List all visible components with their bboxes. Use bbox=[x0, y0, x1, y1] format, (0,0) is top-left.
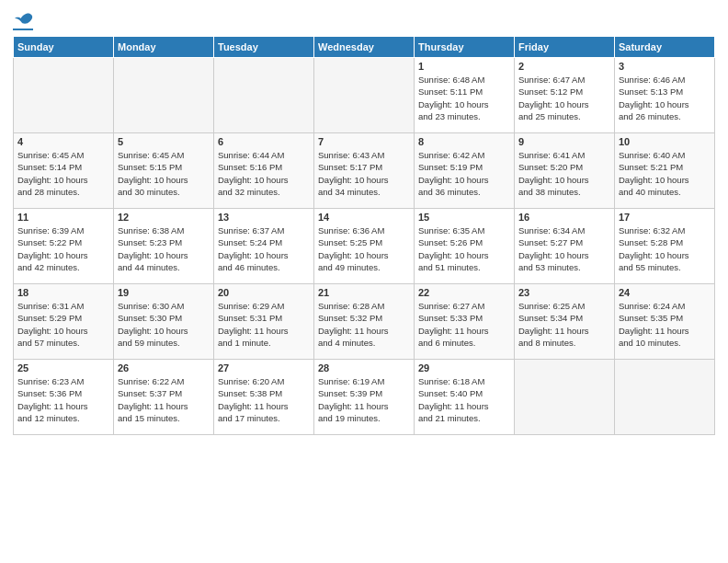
logo-bird-icon bbox=[15, 9, 33, 28]
day-number: 18 bbox=[17, 287, 109, 298]
day-number: 5 bbox=[118, 136, 210, 147]
calendar-cell: 14Sunrise: 6:36 AMSunset: 5:25 PMDayligh… bbox=[314, 209, 415, 284]
day-info: Sunrise: 6:23 AMSunset: 5:36 PMDaylight:… bbox=[17, 375, 109, 424]
calendar-cell: 27Sunrise: 6:20 AMSunset: 5:38 PMDayligh… bbox=[214, 360, 314, 435]
day-number: 8 bbox=[418, 136, 510, 147]
day-info: Sunrise: 6:39 AMSunset: 5:22 PMDaylight:… bbox=[17, 224, 109, 273]
calendar-cell: 22Sunrise: 6:27 AMSunset: 5:33 PMDayligh… bbox=[415, 284, 515, 360]
calendar-header-row: SundayMondayTuesdayWednesdayThursdayFrid… bbox=[14, 37, 715, 58]
calendar-cell: 3Sunrise: 6:46 AMSunset: 5:13 PMDaylight… bbox=[615, 58, 715, 133]
day-number: 4 bbox=[17, 136, 109, 147]
day-number: 21 bbox=[318, 287, 410, 298]
day-info: Sunrise: 6:20 AMSunset: 5:38 PMDaylight:… bbox=[218, 375, 310, 424]
calendar-cell: 26Sunrise: 6:22 AMSunset: 5:37 PMDayligh… bbox=[114, 360, 214, 435]
calendar-cell bbox=[214, 58, 314, 133]
calendar-cell: 24Sunrise: 6:24 AMSunset: 5:35 PMDayligh… bbox=[615, 284, 715, 360]
calendar-cell bbox=[314, 58, 415, 133]
calendar-cell: 8Sunrise: 6:42 AMSunset: 5:19 PMDaylight… bbox=[415, 133, 515, 209]
header bbox=[13, 9, 715, 30]
calendar-cell: 4Sunrise: 6:45 AMSunset: 5:14 PMDaylight… bbox=[14, 133, 114, 209]
day-number: 1 bbox=[418, 61, 510, 72]
day-number: 14 bbox=[318, 212, 410, 223]
calendar-cell: 7Sunrise: 6:43 AMSunset: 5:17 PMDaylight… bbox=[314, 133, 415, 209]
day-number: 24 bbox=[619, 287, 711, 298]
calendar-table: SundayMondayTuesdayWednesdayThursdayFrid… bbox=[13, 36, 715, 435]
day-info: Sunrise: 6:25 AMSunset: 5:34 PMDaylight:… bbox=[518, 300, 610, 349]
day-number: 9 bbox=[518, 136, 610, 147]
calendar-cell: 23Sunrise: 6:25 AMSunset: 5:34 PMDayligh… bbox=[515, 284, 615, 360]
calendar-week-4: 18Sunrise: 6:31 AMSunset: 5:29 PMDayligh… bbox=[14, 284, 715, 360]
day-info: Sunrise: 6:34 AMSunset: 5:27 PMDaylight:… bbox=[518, 224, 610, 273]
day-info: Sunrise: 6:27 AMSunset: 5:33 PMDaylight:… bbox=[418, 300, 510, 349]
day-number: 27 bbox=[218, 362, 310, 373]
day-number: 16 bbox=[518, 212, 610, 223]
calendar-cell bbox=[114, 58, 214, 133]
calendar-cell: 5Sunrise: 6:45 AMSunset: 5:15 PMDaylight… bbox=[114, 133, 214, 209]
day-info: Sunrise: 6:29 AMSunset: 5:31 PMDaylight:… bbox=[218, 300, 310, 349]
calendar-header-tuesday: Tuesday bbox=[214, 37, 314, 58]
day-number: 6 bbox=[218, 136, 310, 147]
day-number: 28 bbox=[318, 362, 410, 373]
day-info: Sunrise: 6:28 AMSunset: 5:32 PMDaylight:… bbox=[318, 300, 410, 349]
calendar-cell: 15Sunrise: 6:35 AMSunset: 5:26 PMDayligh… bbox=[415, 209, 515, 284]
day-info: Sunrise: 6:41 AMSunset: 5:20 PMDaylight:… bbox=[518, 149, 610, 198]
day-number: 20 bbox=[218, 287, 310, 298]
day-info: Sunrise: 6:32 AMSunset: 5:28 PMDaylight:… bbox=[619, 224, 711, 273]
calendar-cell: 16Sunrise: 6:34 AMSunset: 5:27 PMDayligh… bbox=[515, 209, 615, 284]
calendar-header-friday: Friday bbox=[515, 37, 615, 58]
calendar-week-3: 11Sunrise: 6:39 AMSunset: 5:22 PMDayligh… bbox=[14, 209, 715, 284]
calendar-cell: 1Sunrise: 6:48 AMSunset: 5:11 PMDaylight… bbox=[415, 58, 515, 133]
day-info: Sunrise: 6:45 AMSunset: 5:15 PMDaylight:… bbox=[118, 149, 210, 198]
day-info: Sunrise: 6:40 AMSunset: 5:21 PMDaylight:… bbox=[619, 149, 711, 198]
calendar-cell: 9Sunrise: 6:41 AMSunset: 5:20 PMDaylight… bbox=[515, 133, 615, 209]
calendar-cell: 25Sunrise: 6:23 AMSunset: 5:36 PMDayligh… bbox=[14, 360, 114, 435]
calendar-cell: 19Sunrise: 6:30 AMSunset: 5:30 PMDayligh… bbox=[114, 284, 214, 360]
calendar-cell: 11Sunrise: 6:39 AMSunset: 5:22 PMDayligh… bbox=[14, 209, 114, 284]
day-info: Sunrise: 6:18 AMSunset: 5:40 PMDaylight:… bbox=[418, 375, 510, 424]
calendar-cell: 6Sunrise: 6:44 AMSunset: 5:16 PMDaylight… bbox=[214, 133, 314, 209]
day-info: Sunrise: 6:36 AMSunset: 5:25 PMDaylight:… bbox=[318, 224, 410, 273]
calendar-cell bbox=[515, 360, 615, 435]
day-number: 2 bbox=[518, 61, 610, 72]
calendar-cell: 29Sunrise: 6:18 AMSunset: 5:40 PMDayligh… bbox=[415, 360, 515, 435]
day-number: 12 bbox=[118, 212, 210, 223]
day-info: Sunrise: 6:31 AMSunset: 5:29 PMDaylight:… bbox=[17, 300, 109, 349]
calendar-header-monday: Monday bbox=[114, 37, 214, 58]
day-info: Sunrise: 6:22 AMSunset: 5:37 PMDaylight:… bbox=[118, 375, 210, 424]
day-info: Sunrise: 6:45 AMSunset: 5:14 PMDaylight:… bbox=[17, 149, 109, 198]
day-number: 10 bbox=[619, 136, 711, 147]
calendar-cell: 20Sunrise: 6:29 AMSunset: 5:31 PMDayligh… bbox=[214, 284, 314, 360]
calendar-week-2: 4Sunrise: 6:45 AMSunset: 5:14 PMDaylight… bbox=[14, 133, 715, 209]
calendar-cell: 12Sunrise: 6:38 AMSunset: 5:23 PMDayligh… bbox=[114, 209, 214, 284]
day-number: 25 bbox=[17, 362, 109, 373]
calendar-week-1: 1Sunrise: 6:48 AMSunset: 5:11 PMDaylight… bbox=[14, 58, 715, 133]
calendar-body: 1Sunrise: 6:48 AMSunset: 5:11 PMDaylight… bbox=[14, 58, 715, 435]
calendar-cell: 2Sunrise: 6:47 AMSunset: 5:12 PMDaylight… bbox=[515, 58, 615, 133]
calendar-cell bbox=[615, 360, 715, 435]
logo bbox=[13, 9, 33, 30]
calendar-cell: 18Sunrise: 6:31 AMSunset: 5:29 PMDayligh… bbox=[14, 284, 114, 360]
calendar-cell: 10Sunrise: 6:40 AMSunset: 5:21 PMDayligh… bbox=[615, 133, 715, 209]
calendar-header-thursday: Thursday bbox=[415, 37, 515, 58]
calendar-header-wednesday: Wednesday bbox=[314, 37, 415, 58]
day-info: Sunrise: 6:24 AMSunset: 5:35 PMDaylight:… bbox=[619, 300, 711, 349]
day-number: 26 bbox=[118, 362, 210, 373]
day-info: Sunrise: 6:35 AMSunset: 5:26 PMDaylight:… bbox=[418, 224, 510, 273]
day-info: Sunrise: 6:48 AMSunset: 5:11 PMDaylight:… bbox=[418, 74, 510, 122]
day-info: Sunrise: 6:37 AMSunset: 5:24 PMDaylight:… bbox=[218, 224, 310, 273]
day-number: 13 bbox=[218, 212, 310, 223]
day-number: 17 bbox=[619, 212, 711, 223]
day-number: 23 bbox=[518, 287, 610, 298]
calendar-header-saturday: Saturday bbox=[615, 37, 715, 58]
day-info: Sunrise: 6:19 AMSunset: 5:39 PMDaylight:… bbox=[318, 375, 410, 424]
day-number: 29 bbox=[418, 362, 510, 373]
day-info: Sunrise: 6:43 AMSunset: 5:17 PMDaylight:… bbox=[318, 149, 410, 198]
day-info: Sunrise: 6:38 AMSunset: 5:23 PMDaylight:… bbox=[118, 224, 210, 273]
logo-underline bbox=[13, 29, 33, 30]
calendar-cell: 17Sunrise: 6:32 AMSunset: 5:28 PMDayligh… bbox=[615, 209, 715, 284]
day-info: Sunrise: 6:44 AMSunset: 5:16 PMDaylight:… bbox=[218, 149, 310, 198]
calendar-cell: 13Sunrise: 6:37 AMSunset: 5:24 PMDayligh… bbox=[214, 209, 314, 284]
page-container: SundayMondayTuesdayWednesdayThursdayFrid… bbox=[0, 0, 728, 442]
day-info: Sunrise: 6:46 AMSunset: 5:13 PMDaylight:… bbox=[619, 74, 711, 122]
calendar-week-5: 25Sunrise: 6:23 AMSunset: 5:36 PMDayligh… bbox=[14, 360, 715, 435]
